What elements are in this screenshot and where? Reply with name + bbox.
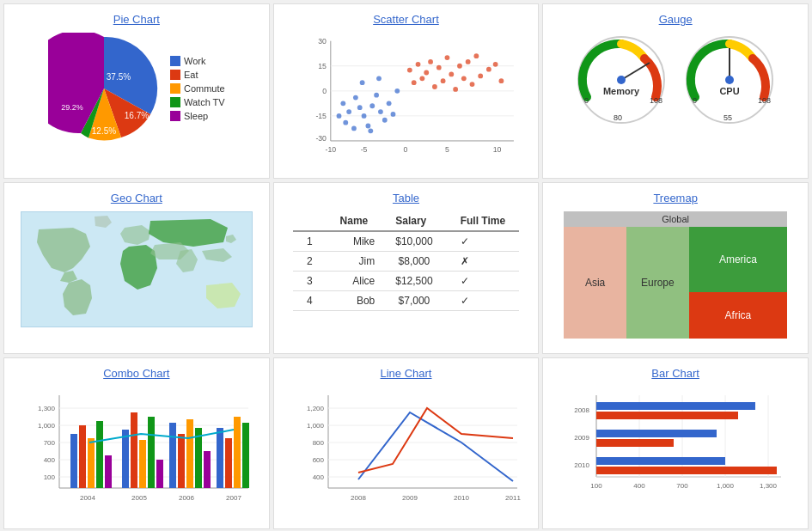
svg-text:12.5%: 12.5% [92,126,116,136]
svg-text:2007: 2007 [226,494,241,502]
row-fulltime: ✓ [447,272,519,291]
svg-point-43 [429,59,434,64]
treemap-right-col: America Africa [689,227,787,339]
pie-chart-content: 37.5% 16.7% 12.5% 29.2% Work Eat Commute [48,33,225,144]
svg-rect-142 [596,439,674,447]
svg-rect-86 [79,425,86,488]
row-name: Jim [327,252,382,272]
bar-chart-title[interactable]: Bar Chart [651,367,699,380]
table-title[interactable]: Table [393,192,419,204]
svg-point-41 [420,76,425,81]
table-row: 4 Bob $7,000 ✓ [293,291,519,311]
svg-point-36 [369,128,374,133]
svg-text:2008: 2008 [574,406,589,414]
data-table: Name Salary Full Time 1 Mike $10,000 ✓ 2… [293,211,519,311]
svg-point-56 [486,67,491,72]
legend-label-work: Work [184,56,205,66]
svg-point-39 [412,80,417,85]
line-svg: 1,200 1,000 800 600 400 2008 2009 2010 2… [290,387,522,516]
svg-point-33 [395,88,400,94]
svg-point-27 [370,103,375,108]
row-salary: $7,000 [382,291,446,311]
svg-point-32 [391,112,396,117]
svg-text:2006: 2006 [179,494,194,502]
svg-text:37.5%: 37.5% [107,72,131,82]
svg-text:2009: 2009 [574,434,589,442]
svg-point-46 [441,78,446,83]
pie-chart-title[interactable]: Pie Chart [113,13,160,26]
combo-svg: 1,300 1,000 700 400 100 [21,387,253,516]
svg-point-57 [493,62,498,67]
geo-chart-card: Geo Chart [3,182,270,354]
treemap-container: Global Asia Europe America Africa [564,211,787,339]
svg-rect-88 [96,421,103,488]
svg-point-52 [466,59,471,64]
svg-point-42 [424,70,430,76]
table-row: 1 Mike $10,000 ✓ [293,231,519,252]
svg-point-23 [353,95,358,101]
svg-text:100: 100 [43,473,55,481]
svg-text:-15: -15 [316,112,327,120]
row-name: Alice [327,272,382,291]
geo-map [21,211,253,327]
svg-text:108: 108 [650,96,662,105]
legend-color-watchtv [170,97,180,107]
svg-text:0: 0 [693,96,697,105]
line-chart-title[interactable]: Line Chart [381,367,432,380]
svg-text:400: 400 [633,482,645,490]
pie-svg: 37.5% 16.7% 12.5% 29.2% [48,33,160,144]
svg-rect-140 [596,412,738,419]
svg-text:1,200: 1,200 [307,405,325,412]
gauge-chart-title[interactable]: Gauge [659,13,693,26]
legend-color-work [170,56,180,66]
row-num: 2 [293,252,327,272]
svg-point-51 [461,76,467,81]
combo-chart-title[interactable]: Combo Chart [103,367,169,380]
legend-label-sleep: Sleep [184,111,208,121]
row-fulltime: ✓ [447,231,519,252]
svg-point-22 [344,120,349,125]
svg-point-35 [360,80,365,85]
svg-text:2005: 2005 [131,494,147,502]
row-salary: $8,000 [382,252,446,272]
svg-text:700: 700 [43,439,55,447]
scatter-chart-title[interactable]: Scatter Chart [373,13,439,26]
table-row: 2 Jim $8,000 ✗ [293,252,519,272]
gauge-chart-card: Gauge Memory 0 80 108 [542,3,809,179]
svg-text:-5: -5 [361,145,368,154]
svg-text:800: 800 [313,439,325,447]
svg-text:2011: 2011 [506,494,522,502]
svg-point-50 [458,64,463,69]
svg-point-20 [341,101,346,106]
svg-point-45 [437,65,442,70]
svg-point-30 [382,118,388,123]
svg-rect-97 [186,419,193,488]
svg-rect-144 [596,467,777,474]
legend-label-commute: Commute [184,83,225,94]
cpu-gauge-svg: CPU 0 55 108 [682,33,777,127]
svg-text:55: 55 [723,113,732,122]
row-fulltime: ✓ [447,291,519,311]
svg-text:-10: -10 [326,145,337,154]
svg-rect-95 [169,423,176,488]
legend-watchtv: Watch TV [170,97,225,107]
geo-chart-title[interactable]: Geo Chart [111,192,162,204]
pie-chart-card: Pie Chart 37.5% 16.7% 12.5% 29.2% [3,3,270,179]
legend-color-commute [170,83,180,94]
svg-point-28 [375,93,380,98]
treemap-europe: Europe [626,227,689,339]
svg-point-38 [407,68,412,73]
svg-text:400: 400 [313,473,325,481]
svg-rect-99 [204,451,211,488]
svg-point-44 [432,84,437,89]
svg-rect-103 [242,423,249,488]
svg-point-68 [725,76,734,84]
svg-text:1,000: 1,000 [307,422,325,430]
svg-text:2009: 2009 [403,494,418,502]
svg-point-31 [387,101,392,106]
svg-point-54 [474,53,479,58]
treemap-title[interactable]: Treemap [653,192,698,204]
legend-label-eat: Eat [184,70,198,80]
svg-text:1,300: 1,300 [760,482,778,490]
chart-grid: Pie Chart 37.5% 16.7% 12.5% 29.2% [0,0,812,531]
